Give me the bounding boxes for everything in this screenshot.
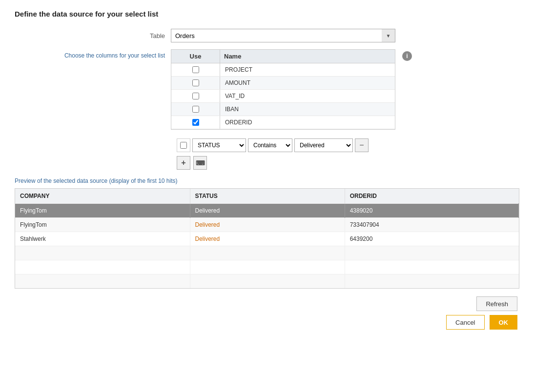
ok-button[interactable]: OK (490, 315, 518, 330)
column-name-orderid: ORDERID (220, 116, 395, 129)
action-buttons: Cancel OK (15, 315, 519, 330)
preview-cell-status-2: Delivered (190, 218, 345, 232)
column-row-amount: AMOUNT (171, 77, 395, 90)
preview-row-2: FlyingTom Delivered 733407904 (15, 218, 519, 232)
preview-row-empty-3 (15, 274, 519, 289)
preview-cell-status-3: Delivered (190, 232, 345, 246)
preview-col-header-company: COMPANY (15, 189, 190, 204)
column-checkbox-project[interactable] (192, 66, 199, 73)
column-checkbox-orderid[interactable] (192, 119, 199, 126)
column-name-project: PROJECT (220, 63, 395, 76)
column-row-iban: IBAN (171, 103, 395, 116)
preview-cell-orderid-3: 6439200 (345, 232, 518, 246)
preview-cell-status-1: Delivered (190, 204, 345, 218)
filter-value-select[interactable]: Delivered Pending Cancelled (294, 138, 353, 152)
filter-remove-button[interactable]: − (355, 138, 369, 152)
column-row-vatid: VAT_ID (171, 90, 395, 103)
cancel-button[interactable]: Cancel (446, 315, 484, 330)
column-row-orderid: ORDERID (171, 116, 395, 129)
preview-cell-company-1: FlyingTom (15, 204, 190, 218)
column-row-project: PROJECT (171, 63, 395, 77)
table-select[interactable]: Orders (171, 29, 395, 42)
refresh-button[interactable]: Refresh (476, 296, 517, 311)
column-use-iban[interactable] (171, 103, 220, 116)
column-use-amount[interactable] (171, 77, 220, 89)
preview-col-header-orderid: ORDERID (345, 189, 518, 204)
filter-enable-checkbox-cell[interactable] (177, 138, 190, 152)
filter-enable-checkbox[interactable] (180, 142, 187, 149)
preview-cell-company-3: Stahlwerk (15, 232, 190, 246)
bottom-bar: Refresh (15, 296, 519, 311)
column-checkbox-vatid[interactable] (192, 93, 199, 99)
columns-section-label: Choose the columns for your select list (15, 49, 171, 59)
columns-table-body: PROJECT AMOUNT VAT_ID IBAN (171, 63, 395, 129)
preview-col-header-status: STATUS (190, 189, 345, 204)
preview-row-empty-2 (15, 260, 519, 274)
column-checkbox-iban[interactable] (192, 106, 199, 113)
preview-row-1: FlyingTom Delivered 4389020 (15, 204, 519, 218)
page-title: Define the data source for your select l… (15, 10, 519, 18)
column-name-vatid: VAT_ID (220, 90, 395, 102)
table-label: Table (15, 32, 171, 39)
preview-cell-orderid-2: 733407904 (345, 218, 518, 232)
preview-cell-company-2: FlyingTom (15, 218, 190, 232)
filter-add-group-button[interactable]: ⌨ (193, 156, 207, 170)
filter-add-condition-button[interactable]: + (177, 156, 190, 170)
column-use-project[interactable] (171, 63, 220, 76)
preview-label: Preview of the selected data source (dis… (15, 177, 519, 184)
filter-add-row: + ⌨ (177, 156, 519, 170)
filter-row: STATUS COMPANY ORDERID Contains Equals S… (177, 138, 519, 152)
columns-table: Use Name PROJECT AMOUNT (171, 49, 395, 130)
column-name-amount: AMOUNT (220, 77, 395, 89)
preview-row-empty-1 (15, 246, 519, 260)
info-icon: i (402, 51, 412, 61)
col-header-use: Use (171, 50, 220, 63)
filter-field-select[interactable]: STATUS COMPANY ORDERID (192, 138, 246, 152)
filter-operator-select[interactable]: Contains Equals Starts with (248, 138, 292, 152)
filter-section: STATUS COMPANY ORDERID Contains Equals S… (177, 138, 519, 170)
preview-row-3: Stahlwerk Delivered 6439200 (15, 232, 519, 246)
col-header-name: Name (220, 50, 395, 63)
column-checkbox-amount[interactable] (192, 79, 199, 86)
preview-table: COMPANY STATUS ORDERID FlyingTom Deliver… (15, 189, 519, 288)
column-use-orderid[interactable] (171, 116, 220, 129)
preview-table-wrap: COMPANY STATUS ORDERID FlyingTom Deliver… (15, 188, 519, 289)
preview-cell-orderid-1: 4389020 (345, 204, 518, 218)
column-name-iban: IBAN (220, 103, 395, 116)
column-use-vatid[interactable] (171, 90, 220, 102)
